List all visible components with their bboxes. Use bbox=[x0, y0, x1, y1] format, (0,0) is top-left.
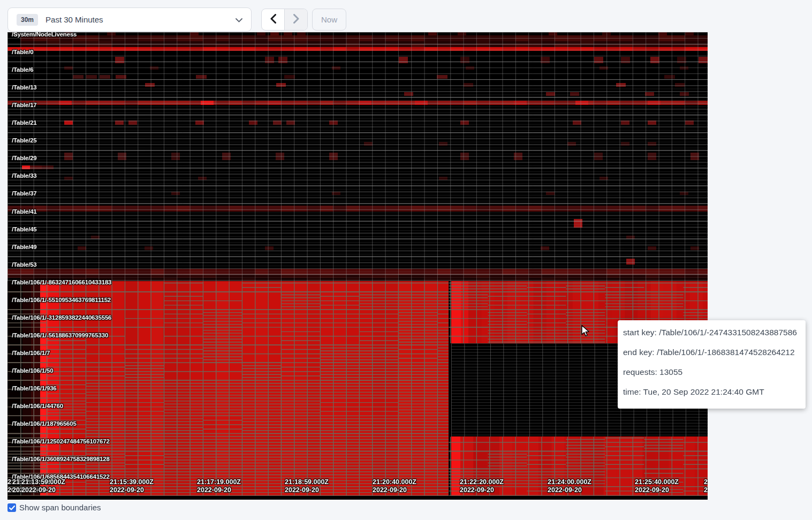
row-label: /Table/13 bbox=[12, 84, 37, 91]
row-label: /Table/49 bbox=[12, 244, 37, 250]
row-label: /Table/106/1/7 bbox=[12, 350, 50, 356]
time-axis-label: 21:20:40.000Z2022-09-20 bbox=[373, 478, 416, 494]
time-axis-label: 21:24:00.000Z2022-09-20 bbox=[548, 478, 591, 494]
time-axis-label: 21:27:20.000Z2022-09-20 bbox=[704, 478, 708, 494]
row-label: /Table/37 bbox=[12, 190, 37, 197]
row-label: /Table/106/1/-8632471606610433183 bbox=[12, 279, 111, 285]
span-tooltip: start key: /Table/106/1/-247433150824388… bbox=[618, 320, 806, 409]
heatmap-canvas[interactable] bbox=[7, 32, 708, 496]
chevron-down-icon bbox=[236, 15, 242, 25]
time-axis-label: 21:13:59.000Z2022-09-20 bbox=[21, 478, 65, 494]
key-visualizer-page: 30m Past 30 Minutes Now /System/NodeLive… bbox=[0, 0, 812, 520]
row-label: /Table/106/1/-3128593822440635556 bbox=[12, 314, 111, 321]
row-label: /Table/53 bbox=[12, 261, 37, 268]
row-label: /Table/45 bbox=[12, 226, 37, 232]
row-label: /Table/6 bbox=[12, 66, 33, 73]
now-button[interactable]: Now bbox=[312, 9, 346, 31]
row-label: /Table/25 bbox=[12, 137, 37, 144]
time-axis-label: 21:22:20.000Z2022-09-20 bbox=[460, 478, 504, 494]
time-axis-label: 21:18:59.000Z2022-09-20 bbox=[285, 478, 329, 494]
mouse-cursor-icon bbox=[580, 325, 591, 340]
time-axis-label: 21:15:39.000Z2022-09-20 bbox=[110, 478, 154, 494]
chevron-left-icon bbox=[270, 14, 276, 26]
time-axis-label: 21:25:40.000Z2022-09-20 bbox=[635, 478, 679, 494]
row-label: /Table/0 bbox=[12, 49, 33, 55]
checkmark-icon bbox=[9, 503, 15, 513]
row-label: /Table/106/1/1250247484756107672 bbox=[12, 438, 110, 444]
nav-back-button[interactable] bbox=[262, 9, 284, 30]
row-label: /Table/106/1/936 bbox=[12, 385, 57, 391]
row-label: /Table/106/1/-5510953463769811152 bbox=[12, 297, 111, 303]
row-label: /Table/29 bbox=[12, 155, 37, 161]
show-span-boundaries-label: Show span boundaries bbox=[19, 503, 101, 512]
row-label: /Table/106/1/3608924758329898128 bbox=[12, 456, 110, 462]
row-label: /Table/17 bbox=[12, 102, 37, 108]
time-range-dropdown[interactable]: 30m Past 30 Minutes bbox=[7, 7, 252, 32]
time-range-badge: 30m bbox=[17, 14, 38, 26]
row-label: /Table/106/1/44760 bbox=[12, 403, 63, 409]
time-range-label: Past 30 Minutes bbox=[45, 15, 236, 24]
show-span-boundaries-checkbox[interactable] bbox=[7, 503, 16, 512]
tooltip-requests: requests: 13055 bbox=[623, 362, 800, 382]
row-label: /Table/106/1/50 bbox=[12, 367, 53, 374]
time-axis-label: 21:17:19.000Z2022-09-20 bbox=[197, 478, 241, 494]
tooltip-time: time: Tue, 20 Sep 2022 21:24:40 GMT bbox=[623, 382, 800, 402]
row-label: /Table/41 bbox=[12, 208, 37, 215]
chevron-right-icon bbox=[293, 14, 299, 26]
row-label: /System/NodeLiveness bbox=[12, 32, 77, 37]
tooltip-start-key: start key: /Table/106/1/-247433150824388… bbox=[623, 322, 800, 342]
heatmap-bottom-border bbox=[7, 496, 708, 500]
nav-forward-button[interactable] bbox=[284, 9, 307, 30]
heatmap-panel: /System/NodeLiveness/Table/0/Table/6/Tab… bbox=[7, 32, 708, 500]
footer-controls: Show span boundaries bbox=[7, 503, 101, 512]
row-label: /Table/106/1/187965605 bbox=[12, 420, 77, 427]
row-label: /Table/106/1/-561886370999765330 bbox=[12, 332, 108, 338]
row-label: /Table/33 bbox=[12, 172, 37, 179]
tooltip-end-key: end key: /Table/106/1/-18683814745282642… bbox=[623, 342, 800, 362]
row-label: /Table/21 bbox=[12, 119, 37, 126]
time-nav-group bbox=[261, 9, 308, 31]
